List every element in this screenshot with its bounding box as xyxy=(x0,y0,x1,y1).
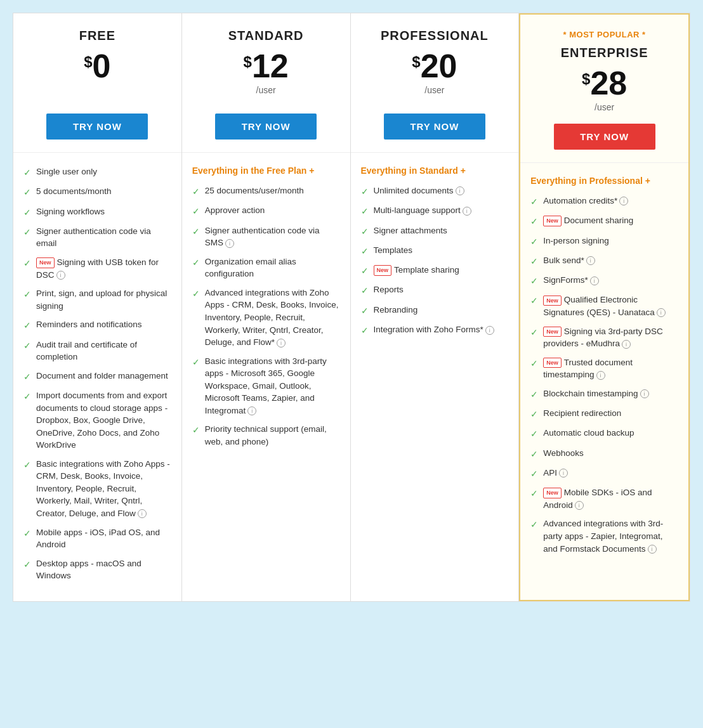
check-icon: ✓ xyxy=(530,255,538,268)
plan-col-standard: STANDARD$12/userTRY NOWEverything in the… xyxy=(182,13,351,601)
feature-text: Organization email alias configuration xyxy=(205,256,340,280)
info-icon[interactable]: i xyxy=(456,186,464,195)
check-icon: ✓ xyxy=(361,225,369,238)
feature-text: Approver action xyxy=(205,204,340,217)
try-now-button-enterprise[interactable]: TRY NOW xyxy=(554,124,655,150)
check-icon: ✓ xyxy=(192,424,200,436)
feature-item: ✓Webhooks xyxy=(530,447,678,460)
pricing-table: FREE$0TRY NOW✓Single user only✓5 documen… xyxy=(13,13,690,602)
check-icon: ✓ xyxy=(530,448,538,460)
check-icon: ✓ xyxy=(530,294,538,307)
info-icon[interactable]: i xyxy=(622,340,631,349)
features-heading-professional: Everything in Standard + xyxy=(361,166,509,176)
check-icon: ✓ xyxy=(530,195,538,208)
plan-period-standard: /user xyxy=(256,85,276,95)
info-icon[interactable]: i xyxy=(225,239,234,248)
plan-header-free: FREE$0TRY NOW xyxy=(13,13,181,153)
feature-item: ✓Reports xyxy=(361,283,509,297)
check-icon: ✓ xyxy=(530,357,538,370)
feature-item: ✓Import documents from and export docume… xyxy=(23,389,171,452)
feature-item: ✓Print, sign, and upload for physical si… xyxy=(23,287,171,312)
feature-item: ✓Mobile apps - iOS, iPad OS, and Android xyxy=(23,526,171,551)
feature-text: Rebranding xyxy=(374,304,509,316)
feature-text: Basic integrations with Zoho Apps - CRM,… xyxy=(36,458,171,520)
feature-item: ✓Organization email alias configuration xyxy=(192,256,340,280)
check-icon: ✓ xyxy=(23,527,31,540)
try-now-button-professional[interactable]: TRY NOW xyxy=(384,114,485,140)
info-icon[interactable]: i xyxy=(463,207,471,216)
check-icon: ✓ xyxy=(530,427,538,440)
feature-text: 25 documents/user/month xyxy=(205,185,340,197)
feature-item: ✓Single user only xyxy=(23,166,171,179)
feature-item: ✓Approver action xyxy=(192,204,340,218)
info-icon[interactable]: i xyxy=(648,545,657,554)
plan-name-professional: PROFESSIONAL xyxy=(381,29,489,43)
check-icon: ✓ xyxy=(530,408,538,420)
info-icon[interactable]: i xyxy=(138,509,147,518)
feature-item: ✓Automatic cloud backup xyxy=(530,427,678,440)
try-now-button-free[interactable]: TRY NOW xyxy=(46,114,148,140)
check-icon: ✓ xyxy=(23,458,31,471)
plan-name-free: FREE xyxy=(79,29,115,43)
info-icon[interactable]: i xyxy=(657,308,666,317)
plan-features-standard: Everything in the Free Plan +✓25 documen… xyxy=(182,153,350,601)
plan-header-enterprise: * MOST POPULAR *ENTERPRISE$28/userTRY NO… xyxy=(520,15,688,163)
check-icon: ✓ xyxy=(530,518,538,531)
plan-name-enterprise: ENTERPRISE xyxy=(561,46,648,60)
feature-text: Signer authentication code via SMSi xyxy=(205,224,340,249)
feature-item: ✓APIi xyxy=(530,467,678,480)
check-icon: ✓ xyxy=(192,205,200,218)
most-popular-label: * MOST POPULAR * xyxy=(563,30,646,39)
feature-item: ✓SignForms*i xyxy=(530,274,678,287)
info-icon[interactable]: i xyxy=(619,197,628,205)
feature-text: NewQualified Electronic Signatures (QES)… xyxy=(543,294,678,318)
info-icon[interactable]: i xyxy=(590,276,599,285)
info-icon[interactable]: i xyxy=(575,501,584,510)
info-icon[interactable]: i xyxy=(485,326,494,335)
check-icon: ✓ xyxy=(23,166,31,179)
check-icon: ✓ xyxy=(530,467,538,480)
plan-price-free: $0 xyxy=(84,49,110,82)
check-icon: ✓ xyxy=(192,185,200,198)
feature-item: ✓Reminders and notifications xyxy=(23,318,171,332)
check-icon: ✓ xyxy=(23,319,31,332)
feature-item: ✓Bulk send*i xyxy=(530,254,678,268)
check-icon: ✓ xyxy=(23,288,31,301)
feature-item: ✓Unlimited documentsi xyxy=(361,185,509,198)
info-icon[interactable]: i xyxy=(277,339,286,348)
feature-text: Unlimited documentsi xyxy=(374,185,509,197)
check-icon: ✓ xyxy=(361,304,369,317)
feature-text: Priority technical support (email, web, … xyxy=(205,423,340,448)
feature-text: Signer authentication code via email xyxy=(36,225,171,250)
feature-item: ✓Audit trail and certificate of completi… xyxy=(23,339,171,363)
feature-text: NewTrusted document timestampingi xyxy=(543,356,678,381)
new-badge: New xyxy=(543,327,562,337)
feature-text: Webhooks xyxy=(543,447,678,460)
try-now-button-standard[interactable]: TRY NOW xyxy=(215,114,317,140)
check-icon: ✓ xyxy=(361,284,369,297)
info-icon[interactable]: i xyxy=(56,271,65,280)
feature-text: Automatic cloud backup xyxy=(543,427,678,439)
check-icon: ✓ xyxy=(23,558,31,571)
info-icon[interactable]: i xyxy=(640,389,649,398)
check-icon: ✓ xyxy=(361,185,369,198)
info-icon[interactable]: i xyxy=(247,406,256,415)
feature-item: ✓Advanced integrations with 3rd-party ap… xyxy=(530,517,678,555)
plan-period-professional: /user xyxy=(424,85,444,95)
info-icon[interactable]: i xyxy=(559,469,568,478)
check-icon: ✓ xyxy=(530,235,538,248)
feature-text: Reminders and notifications xyxy=(36,318,171,331)
plan-price-enterprise: $28 xyxy=(582,67,627,100)
feature-text: NewDocument sharing xyxy=(543,214,678,227)
new-badge: New xyxy=(543,358,562,368)
info-icon[interactable]: i xyxy=(596,371,605,380)
feature-item: ✓Integration with Zoho Forms*i xyxy=(361,323,509,337)
feature-item: ✓In-person signing xyxy=(530,235,678,248)
feature-item: ✓5 documents/month xyxy=(23,185,171,198)
feature-text: Signer attachments xyxy=(374,224,509,237)
info-icon[interactable]: i xyxy=(586,256,595,265)
feature-item: ✓NewTrusted document timestampingi xyxy=(530,356,678,381)
new-badge: New xyxy=(543,296,562,306)
check-icon: ✓ xyxy=(530,215,538,228)
feature-item: ✓25 documents/user/month xyxy=(192,185,340,198)
